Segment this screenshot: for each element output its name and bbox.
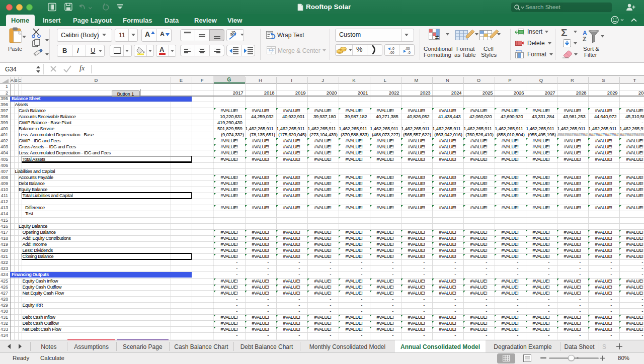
svg-text:.00: .00 [405,47,410,50]
svg-text:.0: .0 [391,47,394,50]
svg-text:.00: .00 [389,51,394,54]
svg-text:≠: ≠ [435,34,439,41]
svg-text:.0: .0 [408,51,411,54]
